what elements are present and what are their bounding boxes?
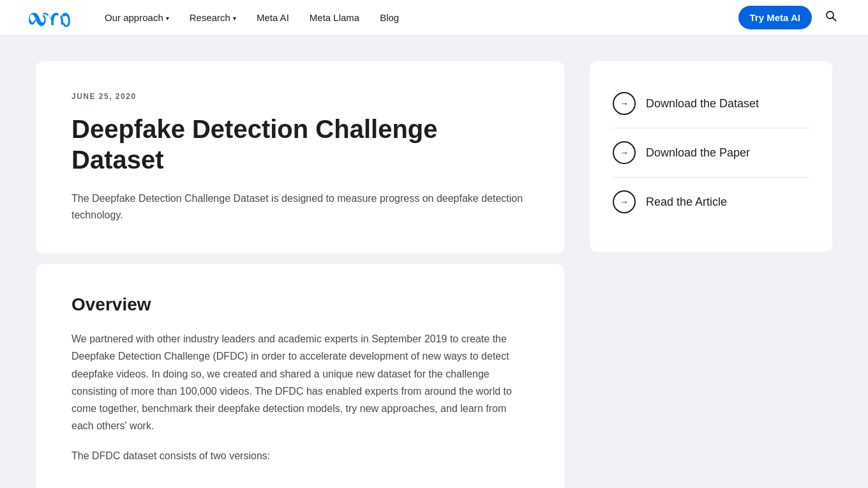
overview-card: Overview We partnered with other industr…	[36, 264, 564, 488]
search-icon	[825, 10, 837, 22]
article-date: JUNE 25, 2020	[71, 92, 528, 101]
nav-item-blog[interactable]: Blog	[372, 7, 407, 28]
overview-paragraph-1: We partnered with other industry leaders…	[71, 330, 528, 434]
sidebar-link-download-dataset[interactable]: → Download the Dataset	[613, 87, 809, 128]
nav-item-meta-llama[interactable]: Meta Llama	[302, 7, 367, 28]
nav-label-blog: Blog	[380, 12, 399, 23]
navbar-left: Meta Our approach ▾ Research ▾ Meta AI M…	[26, 7, 738, 28]
main-column: JUNE 25, 2020 Deepfake Detection Challen…	[36, 61, 564, 488]
chevron-down-icon: ▾	[233, 15, 236, 22]
arrow-circle-icon: →	[613, 141, 636, 164]
sidebar-link-download-paper[interactable]: → Download the Paper	[613, 128, 809, 178]
nav-label-research: Research	[190, 12, 230, 23]
nav-items: Our approach ▾ Research ▾ Meta AI Meta L…	[97, 7, 407, 28]
overview-title: Overview	[71, 294, 528, 315]
arrow-circle-icon: →	[613, 92, 636, 115]
navbar: Meta Our approach ▾ Research ▾ Meta AI M…	[0, 0, 868, 36]
navbar-right: Try Meta AI	[738, 4, 842, 31]
sidebar-link-text-read-article: Read the Article	[646, 195, 727, 209]
nav-label-meta-ai: Meta AI	[257, 12, 289, 23]
nav-item-research[interactable]: Research ▾	[182, 7, 244, 28]
sidebar-link-read-article[interactable]: → Read the Article	[613, 178, 809, 226]
overview-paragraph-2: The DFDC dataset consists of two version…	[71, 447, 528, 464]
sidebar-link-text-download-dataset: Download the Dataset	[646, 97, 759, 111]
nav-item-meta-ai[interactable]: Meta AI	[249, 7, 297, 28]
nav-label-our-approach: Our approach	[105, 12, 163, 23]
sidebar-card: → Download the Dataset → Download the Pa…	[590, 61, 832, 252]
svg-line-2	[833, 18, 836, 21]
nav-item-our-approach[interactable]: Our approach ▾	[97, 7, 177, 28]
search-button[interactable]	[819, 4, 842, 31]
sidebar: → Download the Dataset → Download the Pa…	[590, 61, 832, 488]
article-title: Deepfake Detection Challenge Dataset	[71, 114, 528, 175]
page-content: JUNE 25, 2020 Deepfake Detection Challen…	[0, 36, 868, 488]
arrow-circle-icon: →	[613, 190, 636, 213]
article-description: The Deepfake Detection Challenge Dataset…	[71, 190, 528, 223]
try-meta-ai-button[interactable]: Try Meta AI	[738, 6, 812, 29]
nav-label-meta-llama: Meta Llama	[310, 12, 359, 23]
meta-logo[interactable]: Meta	[26, 9, 77, 27]
sidebar-link-text-download-paper: Download the Paper	[646, 146, 750, 160]
article-card: JUNE 25, 2020 Deepfake Detection Challen…	[36, 61, 564, 254]
chevron-down-icon: ▾	[166, 15, 169, 22]
